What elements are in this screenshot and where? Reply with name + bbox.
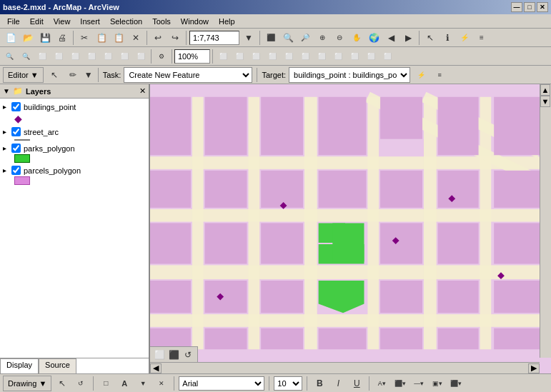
layers-panel-close[interactable]: ✕ [139,86,146,96]
tab-source[interactable]: Source [39,358,76,373]
tb2-btn5[interactable]: ⬜ [67,49,83,64]
attributes-button[interactable]: ≡ [474,30,490,46]
zoom-out[interactable]: 🔎 [297,30,313,46]
map-btn2[interactable]: ⬛ [167,348,180,361]
menu-view[interactable]: View [49,16,75,26]
menu-tools[interactable]: Tools [148,16,175,26]
layer-expand-street[interactable]: ▸ [3,128,11,136]
back-button[interactable]: ◀ [383,30,399,46]
tb2-btn6[interactable]: ⬜ [84,49,99,64]
close-button[interactable]: ✕ [537,2,548,12]
menu-help[interactable]: Help [214,16,239,26]
menu-window[interactable]: Window [177,16,213,26]
font-size-select[interactable]: 10 [274,376,302,391]
tb2-btn20[interactable]: ⬜ [363,49,379,64]
tab-display[interactable]: Display [0,358,39,373]
paste-button[interactable]: 📋 [111,30,126,46]
maximize-button[interactable]: □ [524,2,535,12]
scale-input[interactable] [189,31,239,45]
drawing-tool2[interactable]: ↺ [73,376,89,391]
layer-expand-buildings[interactable]: ▸ [3,103,11,111]
bold-button[interactable]: B [312,376,327,391]
edit-pointer-button[interactable]: ↖ [46,67,62,83]
scale-dropdown[interactable]: ▼ [241,30,257,46]
menu-selection[interactable]: Selection [106,16,147,26]
layer-expand-parcels[interactable]: ▸ [3,166,11,174]
tb2-btn7[interactable]: ⬜ [100,49,116,64]
scrollbar-left-button[interactable]: ◀ [150,363,162,373]
identify-button[interactable]: ℹ [440,30,455,46]
shadow-button[interactable]: ⬛▾ [448,376,464,391]
tb2-btn15[interactable]: ⬜ [281,49,297,64]
new-button[interactable]: 📄 [3,30,19,46]
layer-checkbox-parks[interactable] [11,144,21,153]
scrollbar-up-button[interactable]: ▲ [540,84,550,96]
target-select[interactable]: buildings_point : buildings_poin [289,67,410,83]
minimize-button[interactable]: — [511,2,522,12]
font-color-button[interactable]: A▾ [374,376,389,391]
drawing-pointer-button[interactable]: ↖ [54,376,70,391]
italic-button[interactable]: I [330,376,346,391]
tb2-btn8[interactable]: ⬜ [116,49,132,64]
attributes-edit-button[interactable]: ≡ [432,67,447,83]
zoom-input[interactable] [174,49,210,64]
forward-button[interactable]: ▶ [400,30,416,46]
map-scrollbar-vertical[interactable]: ▲ ▼ [540,84,551,358]
layer-checkbox-buildings[interactable] [11,102,21,111]
layer-checkbox-street[interactable] [11,127,21,136]
drawing-dropdown-button[interactable]: Drawing ▼ [3,376,51,391]
tool4[interactable]: ⊖ [332,30,347,46]
menu-edit[interactable]: Edit [26,16,48,26]
underline-button[interactable]: U [349,376,364,391]
tb2-btn13[interactable]: ⬜ [248,49,264,64]
highlight-button[interactable]: ⬛▾ [392,376,408,391]
refresh-button[interactable]: ↺ [182,348,194,361]
map-area[interactable]: ▲ ▼ ◀ ▶ ⬜ ⬛ ↺ [150,84,551,373]
tb2-btn17[interactable]: ⬜ [314,49,329,64]
zoom-to-full[interactable]: ⬛ [263,30,279,46]
hyperlink-button[interactable]: ⚡ [457,30,472,46]
map-scrollbar-horizontal[interactable]: ◀ ▶ [150,362,540,373]
zoom-in[interactable]: 🔍 [280,30,296,46]
select-button[interactable]: ↖ [422,30,438,46]
edit-dropdown-small[interactable]: ▼ [84,67,94,83]
unclear-button[interactable]: ✕ [154,376,169,391]
cut-button[interactable]: ✂ [76,30,92,46]
delete-button[interactable]: ✕ [128,30,144,46]
tb2-btn4[interactable]: ⬜ [51,49,66,64]
tb2-btn19[interactable]: ⬜ [347,49,362,64]
tb2-btn18[interactable]: ⬜ [330,49,346,64]
tb2-btn2[interactable]: 🔍 [18,49,34,64]
undo-button[interactable]: ↩ [150,30,166,46]
tb2-btn9[interactable]: ⬜ [133,49,149,64]
tb2-btn10[interactable]: ⚙ [154,49,169,64]
task-select[interactable]: Create New Feature [124,67,252,83]
editor-dropdown-button[interactable]: Editor ▼ [3,67,44,83]
open-button[interactable]: 📂 [20,30,36,46]
scrollbar-down-button[interactable]: ▼ [540,96,550,107]
menu-insert[interactable]: Insert [76,16,104,26]
line-color-button[interactable]: —▾ [411,376,427,391]
snap-button[interactable]: ⚡ [413,67,429,83]
tb2-btn16[interactable]: ⬜ [297,49,313,64]
globe-button[interactable]: 🌍 [366,30,382,46]
tb2-btn12[interactable]: ⬜ [232,49,247,64]
print-button[interactable]: 🖨 [54,30,70,46]
fill-color-button[interactable]: ▣▾ [430,376,445,391]
text-tool[interactable]: A [116,376,132,391]
scrollbar-right-button[interactable]: ▶ [528,363,540,373]
tb2-btn3[interactable]: ⬜ [34,49,50,64]
save-button[interactable]: 💾 [37,30,53,46]
tool3[interactable]: ⊕ [314,30,330,46]
redo-button[interactable]: ↪ [167,30,183,46]
layers-expand-icon[interactable]: ▼ [3,87,10,95]
layer-expand-parks[interactable]: ▸ [3,144,11,152]
layer-checkbox-parcels[interactable] [11,166,21,175]
copy-button[interactable]: 📋 [94,30,109,46]
tool5[interactable]: ✋ [349,30,364,46]
tb2-btn14[interactable]: ⬜ [264,49,280,64]
text-dropdown[interactable]: ▼ [135,376,151,391]
tb2-btn1[interactable]: 🔍 [1,49,17,64]
tb2-btn11[interactable]: ⬜ [215,49,231,64]
overview-button[interactable]: ⬜ [153,348,166,361]
